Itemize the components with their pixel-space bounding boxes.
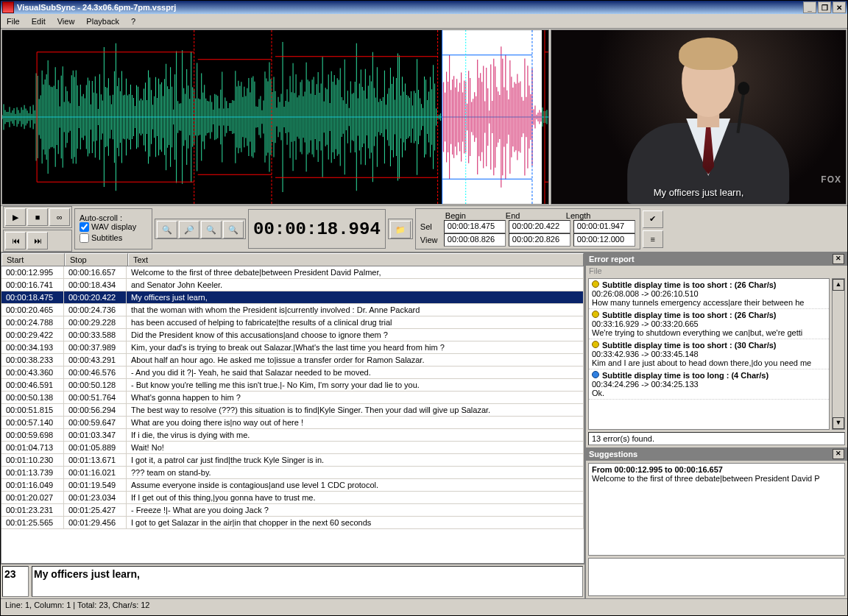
table-row[interactable]: 00:00:18.47500:00:20.422My officers just… [1, 291, 584, 304]
error-status: 13 error(s) found. [588, 432, 845, 445]
waveform[interactable] [1, 29, 549, 205]
minimize-button[interactable]: _ [803, 1, 816, 13]
next-button[interactable]: ⏭ [27, 232, 48, 249]
check-button[interactable]: ✔ [643, 210, 663, 228]
table-row[interactable]: 00:00:43.36000:00:46.576- And you did it… [1, 367, 584, 379]
view-end: 00:00:20.826 [509, 233, 570, 247]
video-frame [627, 35, 789, 204]
table-row[interactable]: 00:00:12.99500:00:16.657Welcome to the f… [1, 266, 584, 279]
subtitles-check[interactable]: Subtitles [80, 233, 147, 244]
error-item[interactable]: Subtitle display time is too long : (4 C… [589, 369, 829, 400]
table-row[interactable]: 00:00:46.59100:00:50.128- But know you'r… [1, 379, 584, 392]
subtitle-grid[interactable]: 00:00:12.99500:00:16.657Welcome to the f… [1, 266, 584, 564]
line-number: 23 [2, 566, 29, 597]
error-item[interactable]: Subtitle display time is too short : (26… [589, 309, 829, 339]
zoom-in-icon[interactable]: 🔍 [157, 221, 177, 238]
autoscroll-label: Auto-scroll : [80, 213, 147, 222]
table-row[interactable]: 00:00:20.46500:00:24.736that the woman w… [1, 304, 584, 316]
suggestions-header: Suggestions ✕ [586, 447, 847, 461]
play-button[interactable]: ▶ [5, 208, 26, 226]
table-row[interactable]: 00:01:25.56500:01:29.456I got to get Sal… [1, 517, 584, 529]
table-row[interactable]: 00:01:04.71300:01:05.889Wait! No! [1, 442, 584, 454]
menubar: File Edit View Playback ? [1, 14, 847, 29]
menu-file[interactable]: File [1, 15, 26, 27]
error-scrollbar[interactable]: ▲▼ [832, 278, 845, 430]
prev-button[interactable]: ⏮ [5, 232, 26, 249]
menu-help[interactable]: ? [125, 15, 141, 27]
error-list[interactable]: Subtitle display time is too short : (26… [588, 278, 830, 430]
sel-end[interactable]: 00:00:20.422 [509, 220, 570, 233]
table-row[interactable]: 00:00:16.74100:00:18.434and Senator John… [1, 279, 584, 291]
table-row[interactable]: 00:00:38.23300:00:43.291About half an ho… [1, 354, 584, 367]
table-row[interactable]: 00:00:59.69800:01:03.347If i die, the vi… [1, 429, 584, 442]
loop-button[interactable]: ∞ [49, 208, 70, 226]
wav-display-check[interactable]: WAV display [80, 222, 147, 233]
sel-length: 00:00:01.947 [573, 220, 635, 233]
col-stop[interactable]: Stop [65, 253, 128, 266]
stop-button[interactable]: ■ [27, 208, 48, 226]
app-title: VisualSubSync - 24.3x06.6pm-7pm.vssprj [17, 3, 176, 12]
zoom-all-icon[interactable]: 🔍 [223, 221, 244, 238]
sugg-close-icon[interactable]: ✕ [833, 449, 844, 459]
col-text[interactable]: Text [128, 253, 584, 266]
time-display: 00:00:18.994 [248, 209, 386, 249]
zoom-out-icon[interactable]: 🔎 [179, 221, 199, 238]
time-panel: Begin End Length Sel 00:00:18.475 00:00:… [415, 208, 640, 249]
menu-playback[interactable]: Playback [80, 15, 125, 27]
maximize-button[interactable]: ❐ [818, 1, 831, 13]
table-row[interactable]: 00:00:34.19300:00:37.989Kim, your dad's … [1, 341, 584, 354]
statusbar: Line: 1, Column: 1 | Total: 23, Char/s: … [1, 598, 847, 615]
folder-icon[interactable]: 📁 [390, 221, 411, 238]
titlebar: VisualSubSync - 24.3x06.6pm-7pm.vssprj _… [1, 1, 847, 14]
view-length: 00:00:12.000 [573, 233, 635, 247]
preview-subtitle: My officers just learn, [551, 187, 846, 198]
table-row[interactable]: 00:00:50.13800:00:51.764What's gonna hap… [1, 392, 584, 404]
menu-edit[interactable]: Edit [26, 15, 52, 27]
close-button[interactable]: ✕ [833, 1, 846, 13]
table-row[interactable]: 00:01:16.04900:01:19.549Assume everyone … [1, 479, 584, 492]
suggestions-box[interactable]: From 00:00:12.995 to 00:00:16.657 Welcom… [588, 463, 845, 556]
edit-textbox[interactable]: My officers just learn, [32, 566, 583, 597]
table-row[interactable]: 00:01:13.73900:01:16.021??? team on stan… [1, 467, 584, 479]
col-start[interactable]: Start [1, 253, 65, 266]
grid-header: Start Stop Text [1, 252, 584, 266]
app-icon [2, 1, 14, 13]
table-row[interactable]: 00:01:20.02700:01:23.034If I get out of … [1, 492, 584, 504]
view-begin: 00:00:08.826 [444, 233, 506, 247]
zoom-sel-icon[interactable]: 🔍 [201, 221, 222, 238]
suggestions-extra [588, 558, 845, 596]
list-button[interactable]: ≡ [643, 230, 663, 248]
error-file-menu[interactable]: File [586, 266, 847, 276]
table-row[interactable]: 00:01:23.23100:01:25.427- Freeze !|- Wha… [1, 504, 584, 517]
channel-logo: FOX [821, 174, 841, 185]
error-report-header: Error report ✕ [586, 252, 847, 266]
table-row[interactable]: 00:00:24.78800:00:29.228has been accused… [1, 316, 584, 329]
error-item[interactable]: Subtitle display time is too short : (26… [589, 279, 829, 309]
table-row[interactable]: 00:00:51.81500:00:56.294The best way to … [1, 404, 584, 417]
table-row[interactable]: 00:01:10.23000:01:13.671I got it, a patr… [1, 454, 584, 467]
error-close-icon[interactable]: ✕ [833, 254, 844, 264]
table-row[interactable]: 00:00:57.14000:00:59.647What are you doi… [1, 417, 584, 429]
error-item[interactable]: Subtitle display time is too short : (30… [589, 339, 829, 369]
video-preview: FOX My officers just learn, [551, 29, 847, 205]
sel-begin[interactable]: 00:00:18.475 [444, 220, 506, 233]
table-row[interactable]: 00:00:29.42200:00:33.588Did the Presiden… [1, 329, 584, 341]
autoscroll-panel: Auto-scroll : WAV display Subtitles [74, 208, 152, 249]
menu-view[interactable]: View [52, 15, 81, 27]
